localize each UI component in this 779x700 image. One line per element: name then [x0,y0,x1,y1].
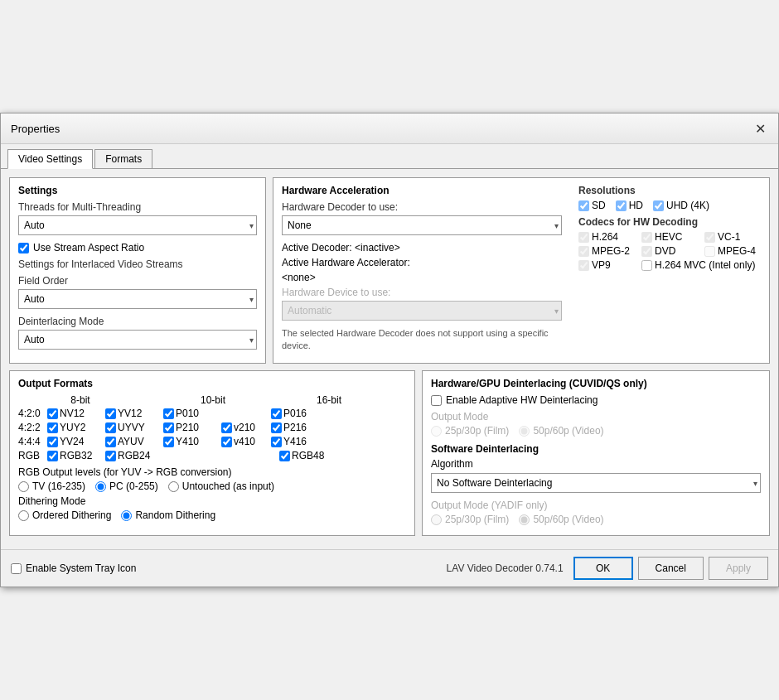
codec-h264mvc-checkbox[interactable] [641,260,652,271]
hw-decoder-select[interactable]: None [282,215,562,235]
output-formats-panel: Output Formats 8-bit 10-bit 16-bit 4:2:0… [9,370,415,536]
codec-mpeg2-checkbox[interactable] [578,246,589,257]
format-p210-checkbox[interactable] [163,422,174,433]
codec-vp9-checkbox[interactable] [578,260,589,271]
rgb-tv-label: TV (16-235) [32,480,85,492]
deinterlacing-select[interactable]: Auto [18,330,257,350]
interlaced-label: Settings for Interlaced Video Streams [18,258,257,270]
codecs-grid: H.264 HEVC VC-1 [578,231,761,271]
resolution-sd-checkbox[interactable] [578,200,589,211]
codec-vc1-checkbox[interactable] [704,232,715,243]
algo-label: Algorithm [431,458,761,470]
dithering-ordered-label: Ordered Dithering [32,509,111,521]
format-uyvy-checkbox[interactable] [105,422,116,433]
format-nv12-checkbox[interactable] [47,408,58,419]
dithering-label: Dithering Mode [18,495,406,507]
format-v410-checkbox[interactable] [221,437,232,447]
settings-panel: Settings Threads for Multi-Threading Aut… [9,177,266,364]
format-yuy2: YUY2 [47,422,105,433]
resolution-sd-label: SD [592,200,606,211]
threads-label: Threads for Multi-Threading [18,201,257,213]
dithering-random-label: Random Dithering [135,509,215,521]
format-yv24-checkbox[interactable] [47,437,58,447]
codec-h264-checkbox[interactable] [578,232,589,243]
format-v210-checkbox[interactable] [221,422,232,433]
hw-video-radio[interactable] [519,426,530,437]
format-rgb24-checkbox[interactable] [105,451,116,461]
format-label-rgb: RGB [18,450,47,461]
format-p016-checkbox[interactable] [271,408,282,419]
codec-vc1-label: VC-1 [718,231,740,243]
resolution-uhd-label: UHD (4K) [666,200,709,211]
format-y416-label: Y416 [283,436,307,447]
hw-device-dropdown-wrap: Automatic ▾ [282,301,562,321]
format-nv12: NV12 [47,408,105,419]
yadif-film-radio[interactable] [431,514,442,525]
yadif-video-radio[interactable] [519,514,530,525]
cancel-button[interactable]: Cancel [638,557,704,580]
hw-device-label: Hardware Device to use: [282,287,562,298]
rgb-untouched-radio[interactable] [168,481,179,492]
ok-button[interactable]: OK [573,557,633,580]
active-decoder-label: Active Decoder: [282,242,352,253]
rgb-untouched-option: Untouched (as input) [168,480,274,492]
codec-mpeg4-checkbox[interactable] [704,246,715,257]
tab-bar: Video Settings Formats [1,144,778,169]
format-p216-checkbox[interactable] [271,422,282,433]
format-p210-label: P210 [176,422,199,433]
format-ayuv-checkbox[interactable] [105,437,116,447]
close-button[interactable]: ✕ [752,120,768,137]
rgb-levels-label: RGB Output levels (for YUV -> RGB conver… [18,466,406,478]
apply-button[interactable]: Apply [709,557,768,580]
format-yuy2-checkbox[interactable] [47,422,58,433]
sw-algo-select[interactable]: No Software Deinterlacing [431,473,761,493]
rgb-tv-radio[interactable] [18,481,29,492]
dithering-random-radio[interactable] [121,510,132,521]
yadif-film-label: 25p/30p (Film) [445,514,509,525]
enable-adaptive-row: Enable Adaptive HW Deinterlacing [431,394,761,406]
enable-tray-label: Enable System Tray Icon [26,562,136,574]
rgb-pc-radio[interactable] [95,481,106,492]
format-header-empty [18,394,47,406]
format-label-444: 4:4:4 [18,436,47,447]
title-bar: Properties ✕ [1,113,778,144]
field-order-dropdown-wrap: Auto ▾ [18,289,257,309]
tab-formats[interactable]: Formats [94,149,152,168]
format-p010: P010 [163,408,221,419]
hw-film-option: 25p/30p (Film) [431,425,509,437]
rgb-pc-option: PC (0-255) [95,480,158,492]
field-order-select[interactable]: Auto [18,289,257,309]
codec-vp9-label: VP9 [592,259,611,271]
codec-dvd-checkbox[interactable] [641,246,652,257]
hw-output-mode-group: 25p/30p (Film) 50p/60p (Video) [431,425,761,437]
format-yv12-label: YV12 [118,408,142,419]
enable-tray-checkbox[interactable] [11,563,22,574]
rgb-levels-section: RGB Output levels (for YUV -> RGB conver… [18,466,406,492]
deinterlace-panel: Hardware/GPU Deinterlacing (CUVID/QS onl… [422,370,770,536]
resolution-hd-checkbox[interactable] [616,200,627,211]
format-p010-checkbox[interactable] [163,408,174,419]
format-rgb32-checkbox[interactable] [47,451,58,461]
active-hw-accel-label: Active Hardware Accelerator: [282,257,410,268]
format-p216: P216 [271,422,329,433]
hw-film-radio[interactable] [431,426,442,437]
tab-video-settings[interactable]: Video Settings [7,149,93,169]
format-y410-checkbox[interactable] [163,437,174,447]
format-label-420: 4:2:0 [18,408,47,419]
format-y416-checkbox[interactable] [271,437,282,447]
format-y410-label: Y410 [176,436,199,447]
version-label: LAV Video Decoder 0.74.1 [447,562,564,574]
resolution-uhd-checkbox[interactable] [653,200,664,211]
stream-aspect-label: Use Stream Aspect Ratio [33,242,144,253]
active-decoder-row: Active Decoder: <inactive> [282,242,562,253]
format-yv12-checkbox[interactable] [105,408,116,419]
dithering-ordered-option: Ordered Dithering [18,509,111,521]
codec-hevc-checkbox[interactable] [641,232,652,243]
threads-select[interactable]: Auto 1 2 4 8 [18,215,257,235]
hw-device-select[interactable]: Automatic [282,301,562,321]
stream-aspect-checkbox[interactable] [18,243,29,253]
codec-vp9: VP9 [578,259,635,271]
enable-adaptive-checkbox[interactable] [431,395,442,406]
dithering-ordered-radio[interactable] [18,510,29,521]
format-rgb48-checkbox[interactable] [279,451,290,461]
